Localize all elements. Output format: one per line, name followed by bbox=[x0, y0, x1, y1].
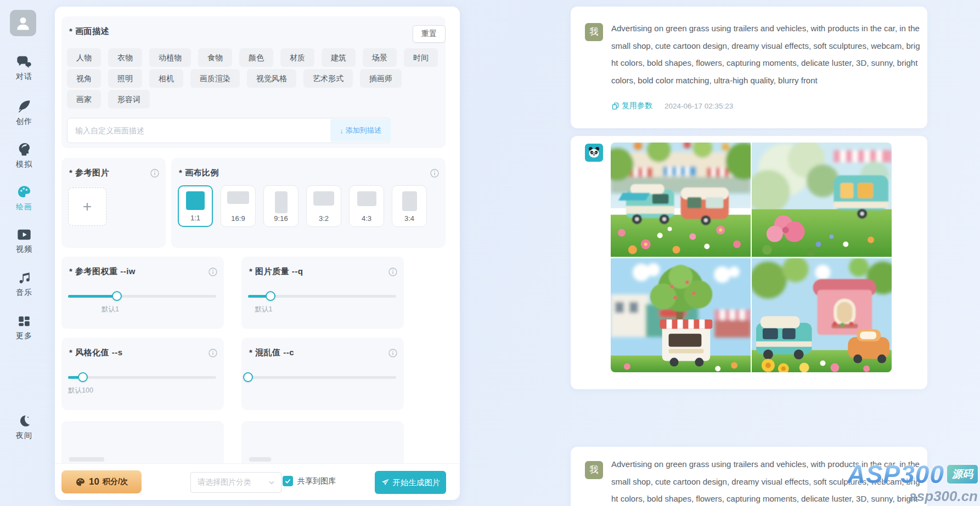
generated-image[interactable] bbox=[752, 258, 892, 373]
generated-image-grid bbox=[611, 143, 892, 372]
sidebar-label: 对话 bbox=[0, 72, 48, 82]
reuse-params-link[interactable]: 复用参数 bbox=[611, 101, 652, 111]
sidebar-item-simulate[interactable]: 模拟 bbox=[0, 141, 48, 169]
ratio-label: 9:16 bbox=[274, 214, 288, 223]
paper-plane-icon bbox=[381, 478, 390, 487]
info-icon[interactable] bbox=[209, 268, 217, 276]
user-avatar[interactable] bbox=[10, 10, 36, 36]
generated-image[interactable] bbox=[752, 143, 892, 257]
sidebar-label: 绘画 bbox=[0, 202, 48, 212]
upload-image-button[interactable]: + bbox=[68, 187, 106, 226]
palette-cost-icon bbox=[75, 477, 86, 487]
head-icon bbox=[16, 141, 32, 157]
tag-chip[interactable]: 建筑 bbox=[322, 48, 356, 67]
tag-chip[interactable]: 照明 bbox=[108, 69, 142, 88]
palette-icon bbox=[16, 184, 32, 200]
checkbox-checked[interactable] bbox=[283, 476, 293, 486]
tag-chip[interactable]: 画质渲染 bbox=[190, 69, 240, 88]
tag-chip[interactable]: 艺术形式 bbox=[303, 69, 353, 88]
sidebar-item-draw[interactable]: 绘画 bbox=[0, 184, 48, 212]
cost-suffix: 积分/次 bbox=[103, 477, 128, 487]
ratio-option-4-3[interactable]: 4:3 bbox=[349, 185, 384, 227]
share-to-gallery-checkbox[interactable]: 共享到图库 bbox=[283, 476, 336, 486]
reference-image-section: * 参考图片 + bbox=[61, 158, 166, 248]
sidebar-item-video[interactable]: 视频 bbox=[0, 228, 48, 254]
generate-image-button[interactable]: 开始生成图片 bbox=[375, 471, 446, 494]
moon-icon bbox=[17, 414, 31, 428]
reset-button[interactable]: 重置 bbox=[413, 25, 446, 43]
sidebar-label: 创作 bbox=[0, 117, 48, 127]
generation-footer: 10 积分/次 请选择图片分类 共享到图库 bbox=[55, 463, 460, 500]
slider-handle[interactable] bbox=[243, 372, 253, 382]
info-icon[interactable] bbox=[388, 349, 397, 357]
generated-image[interactable] bbox=[611, 143, 751, 257]
sidebar-item-more[interactable]: 更多 bbox=[0, 314, 48, 341]
info-icon[interactable] bbox=[150, 169, 159, 178]
tag-chip[interactable]: 插画师 bbox=[360, 69, 402, 88]
iw-slider[interactable] bbox=[68, 291, 216, 302]
sidebar-label: 音乐 bbox=[0, 288, 48, 298]
ratio-option-1-1[interactable]: 1:1 bbox=[178, 185, 213, 227]
slider-handle[interactable] bbox=[112, 291, 122, 301]
slider-default-hint: 默认1 bbox=[255, 305, 273, 314]
slider-default-hint: 默认100 bbox=[68, 386, 93, 395]
tag-chip[interactable]: 食物 bbox=[198, 48, 232, 67]
tag-chip[interactable]: 材质 bbox=[280, 48, 314, 67]
ratio-shape bbox=[275, 191, 288, 213]
slider-handle[interactable] bbox=[266, 291, 275, 301]
slider-title: * 混乱值 --c bbox=[249, 348, 294, 358]
ratio-option-16-9[interactable]: 16:9 bbox=[221, 185, 256, 227]
sidebar-item-music[interactable]: 音乐 bbox=[0, 271, 48, 298]
generated-image[interactable] bbox=[611, 258, 751, 373]
tag-chip[interactable]: 场景 bbox=[363, 48, 397, 67]
sidebar-item-night-mode[interactable]: 夜间 bbox=[0, 414, 48, 441]
ratio-option-9-16[interactable]: 9:16 bbox=[263, 185, 298, 227]
bot-panda-avatar bbox=[585, 144, 603, 162]
tag-chip[interactable]: 动植物 bbox=[149, 48, 191, 67]
ratio-option-3-4[interactable]: 3:4 bbox=[392, 185, 427, 227]
prompt-text: Advertising on green grass using trailer… bbox=[611, 456, 922, 506]
tag-chip[interactable]: 衣物 bbox=[108, 48, 142, 67]
tag-chip[interactable]: 画家 bbox=[67, 90, 101, 109]
tag-chip[interactable]: 颜色 bbox=[239, 48, 273, 67]
tag-chip[interactable]: 时间 bbox=[404, 48, 438, 67]
sidebar-item-chat[interactable]: 对话 bbox=[0, 55, 48, 82]
add-to-description-button[interactable]: ↓ 添加到描述 bbox=[330, 119, 391, 142]
image-category-select[interactable]: 请选择图片分类 bbox=[190, 472, 281, 493]
plus-icon: + bbox=[83, 198, 92, 215]
tag-chip[interactable]: 人物 bbox=[67, 48, 101, 67]
tag-chip[interactable]: 形容词 bbox=[108, 90, 150, 109]
grid-icon bbox=[17, 314, 31, 328]
tag-chip[interactable]: 视角 bbox=[67, 69, 101, 88]
ratio-shape bbox=[313, 191, 334, 206]
description-title: * 画面描述 bbox=[69, 26, 109, 37]
tag-chip[interactable]: 相机 bbox=[149, 69, 183, 88]
ratio-options: 1:116:99:163:24:33:4 bbox=[178, 185, 427, 227]
ratio-label: 1:1 bbox=[190, 214, 200, 222]
sidebar-label: 更多 bbox=[0, 331, 48, 341]
info-icon[interactable] bbox=[430, 169, 439, 178]
stylize-slider[interactable] bbox=[68, 372, 216, 383]
info-icon[interactable] bbox=[388, 268, 397, 276]
slider-handle[interactable] bbox=[78, 372, 88, 382]
slider-title: * 图片质量 --q bbox=[249, 266, 303, 277]
music-icon bbox=[17, 271, 31, 285]
info-icon[interactable] bbox=[209, 349, 217, 357]
slider-title: * 风格化值 --s bbox=[69, 348, 123, 358]
chaos-slider[interactable] bbox=[248, 372, 396, 383]
ratio-option-3-2[interactable]: 3:2 bbox=[306, 185, 341, 227]
generation-panel: * 画面描述 重置 人物衣物动植物食物颜色材质建筑场景时间视角照明相机画质渲染视… bbox=[55, 7, 460, 500]
reference-title: * 参考图片 bbox=[69, 168, 109, 178]
message-timestamp: 2024-06-17 02:35:23 bbox=[664, 102, 733, 110]
ratio-shape bbox=[357, 191, 376, 206]
slider-default-hint: 默认1 bbox=[102, 305, 119, 314]
slider-title: * 参考图权重 --iw bbox=[69, 266, 136, 277]
tag-chip[interactable]: 视觉风格 bbox=[247, 69, 296, 88]
down-arrow-icon: ↓ bbox=[340, 127, 343, 135]
ratio-shape bbox=[402, 191, 417, 211]
description-section: * 画面描述 重置 人物衣物动植物食物颜色材质建筑场景时间视角照明相机画质渲染视… bbox=[61, 16, 446, 148]
message-actions: 复用参数 2024-06-17 02:35:23 bbox=[611, 101, 733, 111]
chat-icon bbox=[16, 55, 32, 69]
sidebar-item-create[interactable]: 创作 bbox=[0, 99, 48, 127]
quality-slider[interactable] bbox=[248, 291, 396, 302]
